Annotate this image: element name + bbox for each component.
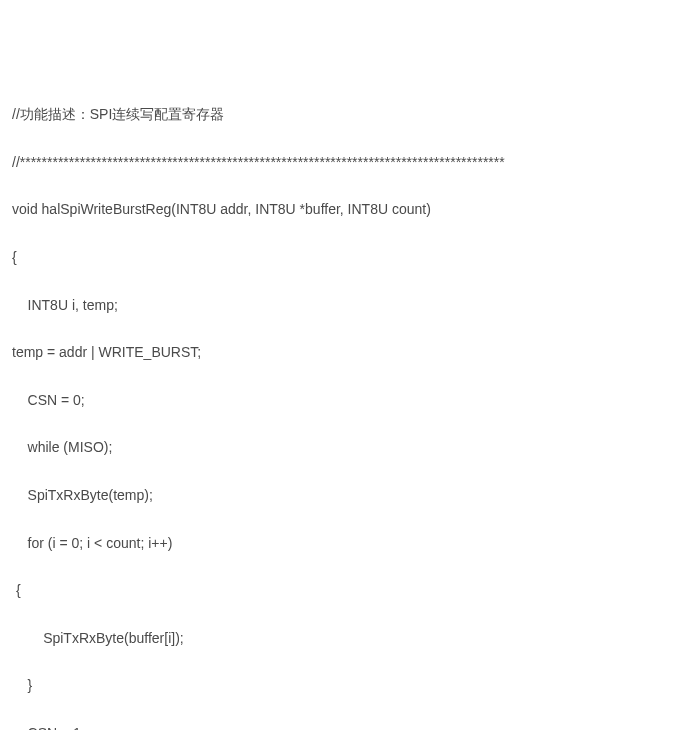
- code-line: //**************************************…: [12, 151, 671, 175]
- code-line: {: [12, 246, 671, 270]
- code-line: INT8U i, temp;: [12, 294, 671, 318]
- code-line: }: [12, 674, 671, 698]
- code-line: SpiTxRxByte(buffer[i]);: [12, 627, 671, 651]
- code-line: for (i = 0; i < count; i++): [12, 532, 671, 556]
- code-line: {: [12, 579, 671, 603]
- code-line: //功能描述：SPI连续写配置寄存器: [12, 103, 671, 127]
- code-line: while (MISO);: [12, 436, 671, 460]
- code-line: void halSpiWriteBurstReg(INT8U addr, INT…: [12, 198, 671, 222]
- code-line: CSN = 1;: [12, 722, 671, 730]
- code-line: temp = addr | WRITE_BURST;: [12, 341, 671, 365]
- code-line: SpiTxRxByte(temp);: [12, 484, 671, 508]
- code-line: CSN = 0;: [12, 389, 671, 413]
